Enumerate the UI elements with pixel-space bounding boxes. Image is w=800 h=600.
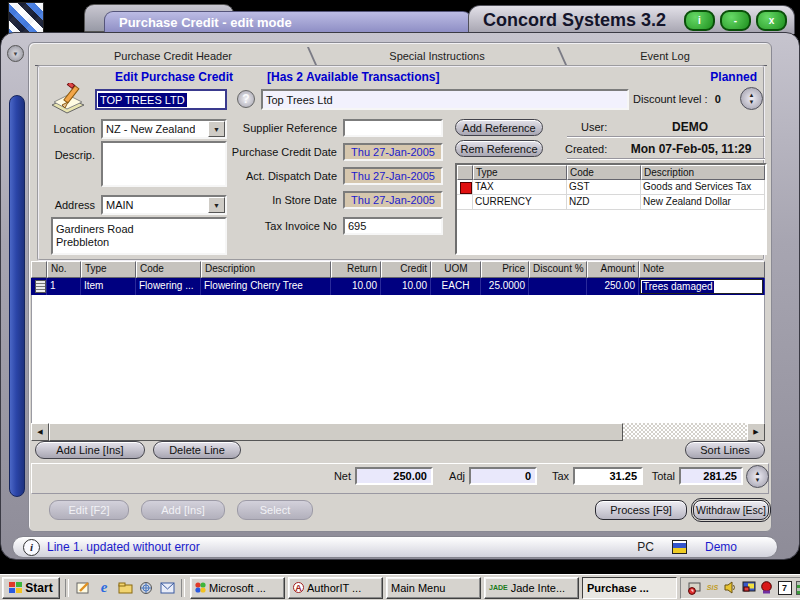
purchase-credit-date-field[interactable]: Thu 27-Jan-2005 <box>343 143 443 161</box>
svg-text:A: A <box>295 583 302 593</box>
process-button[interactable]: Process [F9] <box>595 500 687 520</box>
in-store-date-field[interactable]: Thu 27-Jan-2005 <box>343 191 443 209</box>
minimize-button[interactable]: - <box>720 10 751 31</box>
task-scheduler-tray-icon[interactable] <box>687 580 702 595</box>
cell-credit[interactable]: 10.00 <box>381 278 431 295</box>
address-dropdown[interactable]: MAIN ▼ <box>101 195 227 215</box>
dropdown-arrow-icon[interactable]: ▼ <box>208 121 225 137</box>
authorit-icon: A <box>293 582 304 593</box>
ref-cell-code[interactable]: GST <box>567 180 641 195</box>
supplier-name-field[interactable]: Top Trees Ltd <box>261 89 629 110</box>
cell-discount[interactable] <box>529 278 587 295</box>
total-label: Total <box>643 470 675 482</box>
cell-uom[interactable]: EACH <box>431 278 481 295</box>
task-main-menu[interactable]: Main Menu <box>386 577 481 599</box>
jade-checkered-tray-icon[interactable] <box>795 580 800 595</box>
delete-line-button[interactable]: Delete Line <box>153 441 241 459</box>
tax-label: Tax <box>543 470 569 482</box>
task-label: Main Menu <box>391 582 445 594</box>
tab-event-log[interactable]: Event Log <box>563 46 767 65</box>
tab-purchase-credit-header[interactable]: Purchase Credit Header <box>35 46 311 65</box>
ref-cell-description[interactable]: New Zealand Dollar <box>641 195 765 210</box>
references-table[interactable]: Type Code Description TAX GST Goods and … <box>455 163 767 255</box>
dropdown-arrow-icon[interactable]: ▼ <box>208 197 225 213</box>
scroll-right-icon[interactable]: ▶ <box>747 423 765 441</box>
line-row-selected[interactable]: 1 Item Flowering ... Flowering Cherry Tr… <box>31 278 765 295</box>
descrip-field[interactable] <box>101 141 227 187</box>
spinner-up-icon[interactable]: ▲ <box>755 470 761 476</box>
cell-amount[interactable]: 250.00 <box>587 278 639 295</box>
start-button[interactable]: Start <box>2 577 60 599</box>
system-tray: SiS 7 11:30 <box>680 577 800 599</box>
ref-col-code: Code <box>567 165 641 180</box>
supplier-ref-field[interactable] <box>343 119 443 137</box>
mail-icon[interactable] <box>158 579 176 597</box>
ref-cell-code[interactable]: NZD <box>567 195 641 210</box>
totals-spinner[interactable]: ▲ ▼ <box>746 465 769 488</box>
tab-special-instructions[interactable]: Special Instructions <box>313 46 561 65</box>
display-settings-tray-icon[interactable] <box>741 580 756 595</box>
cell-note[interactable]: Trees damaged <box>639 278 765 295</box>
cell-price[interactable]: 25.0000 <box>481 278 529 295</box>
cell-description[interactable]: Flowering Cherry Tree <box>201 278 331 295</box>
task-jade[interactable]: JADE Jade Inte... <box>484 577 579 599</box>
task-purchase-active[interactable]: Purchase ... <box>582 577 677 599</box>
scrollbar-thumb[interactable] <box>49 423 623 441</box>
sis-tray-icon[interactable]: SiS <box>705 580 720 595</box>
descrip-label: Descrip. <box>49 149 95 161</box>
frame-collapse-button[interactable]: ▼ <box>7 45 24 62</box>
act-dispatch-date-field[interactable]: Thu 27-Jan-2005 <box>343 167 443 185</box>
microsoft-app-icon <box>195 582 206 593</box>
col-note: Note <box>639 261 765 278</box>
task-authorit[interactable]: A AuthorIT ... <box>288 577 383 599</box>
folder-icon[interactable] <box>116 579 134 597</box>
ref-cell-type[interactable]: TAX <box>473 180 567 195</box>
calendar-7-tray-icon[interactable]: 7 <box>777 580 792 595</box>
cell-return[interactable]: 10.00 <box>331 278 381 295</box>
internet-explorer-icon[interactable]: e <box>95 579 113 597</box>
scrollbar-track[interactable] <box>623 423 747 439</box>
tax-invoice-field[interactable]: 695 <box>343 217 443 235</box>
withdraw-button[interactable]: Withdraw [Esc] <box>693 500 769 520</box>
discount-level-caption: Discount level : <box>633 93 708 105</box>
ref-cell-description[interactable]: Goods and Services Tax <box>641 180 765 195</box>
spinner-down-icon[interactable]: ▼ <box>749 99 755 105</box>
tax-field[interactable]: 31.25 <box>573 467 643 485</box>
sort-lines-button[interactable]: Sort Lines <box>685 441 765 459</box>
show-desktop-icon[interactable] <box>74 579 92 597</box>
netmeeting-icon[interactable] <box>137 579 155 597</box>
location-dropdown[interactable]: NZ - New Zealand ▼ <box>101 119 227 139</box>
red-ball-tray-icon[interactable] <box>759 580 774 595</box>
supplier-code-input[interactable]: TOP TREES LTD <box>95 89 227 110</box>
adj-field[interactable]: 0 <box>469 467 537 485</box>
volume-tray-icon[interactable] <box>723 580 738 595</box>
rem-reference-button[interactable]: Rem Reference <box>455 140 543 157</box>
taskbar-separator <box>65 579 69 597</box>
note-inline-editor[interactable]: Trees damaged <box>640 279 763 294</box>
cell-no[interactable]: 1 <box>47 278 81 295</box>
cell-type[interactable]: Item <box>81 278 136 295</box>
scroll-left-icon[interactable]: ◀ <box>31 423 49 441</box>
task-microsoft[interactable]: Microsoft ... <box>190 577 285 599</box>
task-label: AuthorIT ... <box>307 582 361 594</box>
spinner-down-icon[interactable]: ▼ <box>755 477 761 483</box>
lines-header-row: No. Type Code Description Return Credit … <box>31 261 765 278</box>
taskbar-separator <box>181 579 185 597</box>
discount-spinner[interactable]: ▲ ▼ <box>740 87 763 110</box>
add-line-button[interactable]: Add Line [Ins] <box>35 441 145 459</box>
help-icon[interactable]: ? <box>237 90 255 108</box>
close-button[interactable]: x <box>756 10 787 31</box>
spinner-up-icon[interactable]: ▲ <box>749 92 755 98</box>
user-label: User: <box>581 121 607 133</box>
add-reference-button[interactable]: Add Reference <box>455 119 543 136</box>
ref-cell-type[interactable]: CURRENCY <box>473 195 567 210</box>
col-price: Price <box>481 261 529 278</box>
lines-empty-area[interactable] <box>31 295 765 423</box>
horizontal-scrollbar[interactable]: ◀ ▶ <box>31 423 765 439</box>
address-lines-field[interactable]: Gardiners Road Prebbleton <box>51 217 227 255</box>
col-type: Type <box>81 261 136 278</box>
window-title: Purchase Credit - edit mode <box>104 11 472 34</box>
info-button[interactable]: i <box>684 10 715 31</box>
cell-code[interactable]: Flowering ... <box>136 278 201 295</box>
pc-label: PC <box>637 540 654 554</box>
